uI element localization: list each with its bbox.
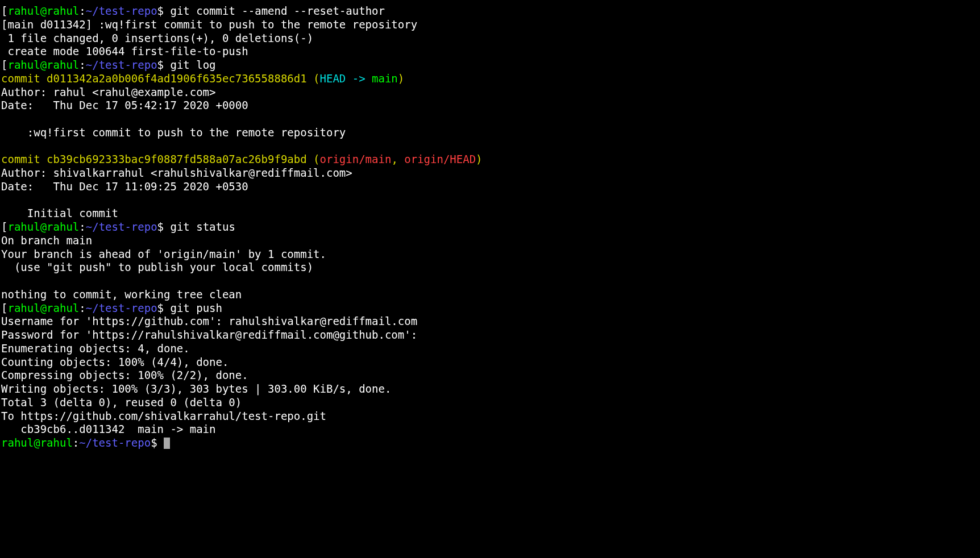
commit-header-2: commit cb39cb692333bac9f0887fd588a07ac26… [1,153,979,166]
commit-header-1: commit d011342a2a0b006f4ad1906f635ec7365… [1,72,979,86]
terminal[interactable]: [rahul@rahul:~/test-repo$ git commit --a… [1,5,979,450]
push-output: Writing objects: 100% (3/3), 303 bytes |… [1,382,979,396]
status-line: On branch main [1,234,979,248]
commit-message: :wq!first commit to push to the remote r… [1,126,979,140]
output-line: [main d011342] :wq!first commit to push … [1,18,979,32]
prompt-line-4: [rahul@rahul:~/test-repo$ git push [1,302,979,315]
commit-message: Initial commit [1,207,979,220]
push-output: cb39cb6..d011342 main -> main [1,423,979,436]
output-line: create mode 100644 first-file-to-push [1,45,979,59]
push-output: To https://github.com/shivalkarrahul/tes… [1,410,979,423]
prompt-line-3: [rahul@rahul:~/test-repo$ git status [1,220,979,234]
status-line: nothing to commit, working tree clean [1,288,979,302]
cursor-icon [164,438,170,449]
command-git-status: git status [170,220,235,233]
status-line: Your branch is ahead of 'origin/main' by… [1,248,979,261]
prompt-line-current[interactable]: rahul@rahul:~/test-repo$ [1,436,979,450]
commit-author: Author: rahul <rahul@example.com> [1,86,979,99]
commit-author: Author: shivalkarrahul <rahulshivalkar@r… [1,166,979,180]
push-output: Enumerating objects: 4, done. [1,342,979,356]
command-git-push: git push [170,302,222,314]
prompt-line-2: [rahul@rahul:~/test-repo$ git log [1,59,979,72]
output-line: 1 file changed, 0 insertions(+), 0 delet… [1,32,979,45]
push-output: Total 3 (delta 0), reused 0 (delta 0) [1,396,979,410]
commit-date: Date: Thu Dec 17 11:09:25 2020 +0530 [1,180,979,194]
status-line: (use "git push" to publish your local co… [1,261,979,274]
push-output: Password for 'https://rahulshivalkar@red… [1,328,979,342]
push-output: Counting objects: 100% (4/4), done. [1,356,979,369]
command-git-log: git log [170,59,215,71]
command-git-amend: git commit --amend --reset-author [170,5,385,17]
push-output: Username for 'https://github.com': rahul… [1,315,979,328]
prompt-line-1: [rahul@rahul:~/test-repo$ git commit --a… [1,5,979,18]
push-output: Compressing objects: 100% (2/2), done. [1,369,979,382]
commit-date: Date: Thu Dec 17 05:42:17 2020 +0000 [1,99,979,113]
